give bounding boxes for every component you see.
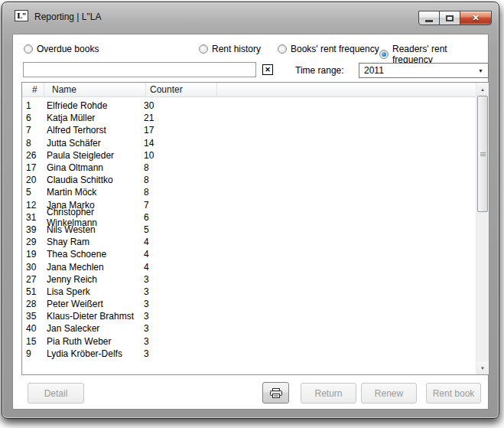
table-row[interactable]: 35 Klaus-Dieter Brahmst 3 (22, 310, 476, 322)
cell-counter: 3 (142, 311, 149, 322)
cell-number: 51 (22, 286, 47, 297)
print-button[interactable] (262, 382, 289, 403)
vertical-scrollbar[interactable]: ▲ ▼ (476, 83, 489, 374)
window-controls: ✕ (418, 11, 492, 25)
cell-number: 15 (22, 336, 47, 347)
table-row[interactable]: 31 Christopher Winkelmann 6 (22, 211, 476, 224)
table-row[interactable]: 39 Nils Westen 5 (22, 224, 476, 236)
cell-counter: 5 (142, 224, 149, 235)
radio-indicator (379, 50, 389, 59)
cell-counter: 21 (142, 113, 154, 123)
table-row[interactable]: 27 Jenny Reich 3 (22, 273, 476, 286)
cell-name: Lydia Kröber-Delfs (47, 348, 142, 359)
cell-number: 40 (22, 323, 47, 334)
radio-rent-history[interactable]: Rent history (199, 44, 261, 54)
cell-counter: 10 (142, 150, 154, 161)
cell-name: Shay Ram (47, 237, 142, 247)
cell-counter: 6 (142, 212, 149, 223)
radio-readers-rent-frequency[interactable]: Readers' rent frequency (379, 44, 488, 65)
detail-button[interactable]: Detail (28, 383, 84, 403)
cell-counter: 7 (142, 200, 149, 211)
cell-counter: 17 (142, 125, 154, 136)
radio-label: Books' rent frequency (291, 44, 379, 54)
radio-indicator (278, 44, 287, 54)
table-body: 1 Elfriede Rohde 30 6 Katja Müller 21 7 … (22, 97, 476, 374)
table-row[interactable]: 1 Elfriede Rohde 30 (22, 100, 476, 112)
printer-icon (270, 388, 282, 398)
clear-search-button[interactable]: ✕ (262, 64, 273, 75)
cell-name: Klaus-Dieter Brahmst (47, 311, 142, 322)
close-button[interactable]: ✕ (460, 11, 492, 25)
cell-number: 5 (22, 187, 47, 198)
cell-number: 17 (22, 162, 47, 173)
table-row[interactable]: 17 Gina Oltmann 8 (22, 162, 476, 174)
table-row[interactable]: 29 Shay Ram 4 (22, 236, 476, 248)
renew-button[interactable]: Renew (361, 383, 417, 403)
search-input[interactable] (23, 62, 256, 77)
time-range-label: Time range: (295, 65, 344, 76)
table-row[interactable]: 20 Claudia Schittko 8 (22, 174, 476, 186)
table-row[interactable]: 51 Lisa Sperk 3 (22, 286, 476, 298)
cell-counter: 3 (142, 299, 149, 309)
scroll-down-button[interactable]: ▼ (476, 361, 489, 374)
time-range-select[interactable]: 2011 ▼ (359, 63, 489, 78)
table-row[interactable]: 30 Jana Mechlen 4 (22, 260, 476, 273)
cell-counter: 3 (142, 323, 149, 334)
cell-counter: 8 (142, 162, 149, 173)
table-row[interactable]: 5 Martin Möck 8 (22, 186, 476, 198)
table-row[interactable]: 9 Lydia Kröber-Delfs 3 (22, 348, 476, 360)
rent-book-button[interactable]: Rent book (426, 383, 481, 403)
column-header-filler (217, 83, 489, 96)
table-row[interactable]: 19 Thea Schoene 4 (22, 248, 476, 260)
table-header: # Name Counter (22, 83, 489, 97)
cell-number: 27 (22, 274, 47, 285)
column-header-name[interactable]: Name (44, 83, 146, 96)
minimize-icon (425, 20, 433, 22)
cell-name: Pia Ruth Weber (47, 336, 142, 347)
scrollbar-thumb[interactable] (477, 96, 488, 212)
close-icon: ✕ (472, 13, 479, 23)
radio-label: Overdue books (37, 44, 99, 54)
scroll-up-button[interactable]: ▲ (476, 83, 489, 96)
cell-number: 30 (22, 262, 47, 273)
radio-label: Rent history (212, 44, 261, 54)
table-row[interactable]: 28 Peter Weißert 3 (22, 298, 476, 310)
cell-name: Gina Oltmann (47, 162, 142, 173)
cell-name: Jutta Schäfer (47, 138, 142, 149)
cell-number: 31 (22, 212, 47, 223)
cell-counter: 4 (142, 262, 149, 273)
clear-icon: ✕ (265, 66, 271, 74)
app-icon: L" (15, 10, 28, 21)
cell-counter: 4 (142, 249, 149, 260)
column-header-number[interactable]: # (22, 83, 44, 96)
table-row[interactable]: 6 Katja Müller 21 (22, 112, 476, 124)
app-window: L" Reporting | L"LA ✕ Overdue books Rent… (2, 2, 499, 419)
table-row[interactable]: 8 Jutta Schäfer 14 (22, 137, 476, 149)
cell-number: 1 (22, 100, 47, 111)
cell-counter: 3 (142, 286, 149, 297)
cell-name: Elfriede Rohde (47, 100, 142, 111)
cell-number: 6 (22, 113, 47, 123)
cell-name: Jan Salecker (47, 323, 142, 334)
cell-name: Jana Mechlen (47, 262, 142, 273)
cell-name: Peter Weißert (47, 299, 142, 309)
cell-number: 28 (22, 299, 47, 309)
time-range-value: 2011 (364, 65, 384, 76)
cell-number: 39 (22, 224, 47, 235)
radio-overdue-books[interactable]: Overdue books (24, 44, 99, 54)
minimize-button[interactable] (418, 11, 440, 25)
table-row[interactable]: 26 Paula Steigleder 10 (22, 149, 476, 162)
column-header-counter[interactable]: Counter (146, 83, 217, 96)
cell-counter: 8 (142, 187, 149, 198)
client-area: Overdue books Rent history Books' rent f… (12, 34, 489, 410)
radio-books-rent-frequency[interactable]: Books' rent frequency (278, 44, 379, 54)
table-row[interactable]: 7 Alfred Terhorst 17 (22, 124, 476, 136)
table-row[interactable]: 15 Pia Ruth Weber 3 (22, 335, 476, 348)
cell-counter: 3 (142, 274, 149, 285)
cell-counter: 14 (142, 138, 154, 149)
maximize-button[interactable] (439, 11, 460, 25)
return-button[interactable]: Return (301, 383, 356, 403)
table-row[interactable]: 40 Jan Salecker 3 (22, 322, 476, 335)
scrollbar-grip-icon (480, 154, 486, 155)
cell-number: 26 (22, 150, 47, 161)
